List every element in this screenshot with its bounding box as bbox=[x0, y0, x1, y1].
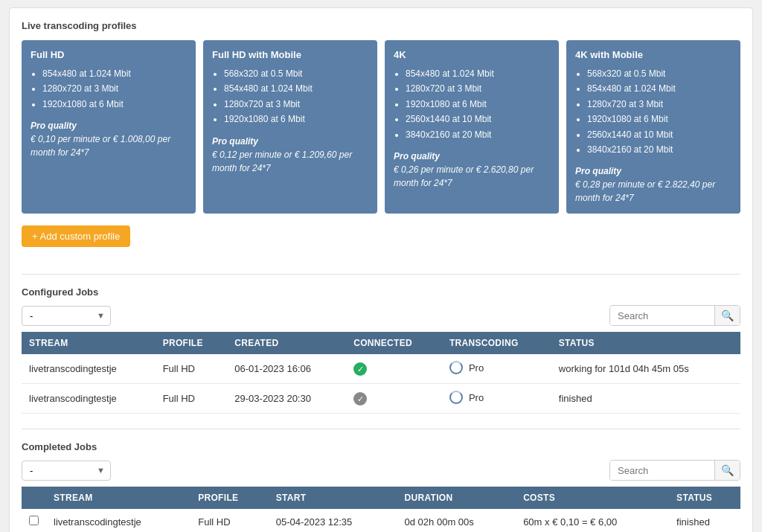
completed-col-header: DURATION bbox=[397, 487, 516, 509]
profile-card: 4K 854x480 at 1.024 Mbit1280x720 at 3 Mb… bbox=[385, 40, 559, 214]
configured-table-header: STREAMPROFILECREATEDCONNECTEDTRANSCODING… bbox=[22, 332, 740, 354]
completed-table-body: livetranscodingtestje Full HD 05-04-2023… bbox=[22, 509, 740, 532]
configured-col-header: PROFILE bbox=[156, 332, 228, 354]
pricing-text: € 0,28 per minute or € 2.822,40 per mont… bbox=[575, 179, 715, 203]
configured-col-header: CONNECTED bbox=[346, 332, 442, 354]
profile-card: Full HD with Mobile 568x320 at 0.5 Mbit8… bbox=[203, 40, 377, 214]
resolution-item: 2560x1440 at 10 Mbit bbox=[587, 127, 731, 142]
completed-col-header: PROFILE bbox=[190, 487, 268, 509]
completed-search-wrapper: 🔍 bbox=[609, 460, 740, 481]
profile-name: 4K with Mobile bbox=[575, 49, 731, 60]
completed-jobs-section: Completed Jobs - ▼ 🔍 STREAMPROFILESTARTD… bbox=[22, 441, 740, 532]
status-cell: finished bbox=[669, 509, 740, 532]
stream-cell: livetranscodingtestje bbox=[46, 509, 190, 532]
resolution-item: 1920x1080 at 6 Mbit bbox=[587, 112, 731, 126]
stream-cell: livetranscodingtestje bbox=[22, 354, 156, 384]
profile-name: 4K bbox=[394, 49, 550, 60]
transcoding-badge: Pro bbox=[449, 391, 484, 404]
completed-filter-select[interactable]: - bbox=[22, 461, 111, 481]
quality-label: Pro quality bbox=[212, 136, 258, 147]
resolution-item: 1280x720 at 3 Mbit bbox=[406, 81, 550, 96]
start-cell: 05-04-2023 12:35 bbox=[269, 509, 397, 532]
completed-header-row: STREAMPROFILESTARTDURATIONCOSTSSTATUS bbox=[22, 487, 740, 509]
profile-name: Full HD with Mobile bbox=[212, 49, 368, 60]
profile-name: Full HD bbox=[31, 49, 187, 60]
configured-col-header: CREATED bbox=[227, 332, 346, 354]
configured-search-input[interactable] bbox=[610, 307, 714, 325]
resolution-list: 854x480 at 1.024 Mbit1280x720 at 3 Mbit1… bbox=[394, 66, 550, 142]
table-row: livetranscodingtestje Full HD 06-01-2023… bbox=[22, 354, 740, 384]
configured-search-wrapper: 🔍 bbox=[609, 305, 740, 326]
status-cell: working for 101d 04h 45m 05s bbox=[551, 354, 740, 384]
pricing-text: € 0,10 per minute or € 1.008,00 per mont… bbox=[31, 134, 170, 158]
resolution-item: 1920x1080 at 6 Mbit bbox=[224, 112, 368, 126]
configured-jobs-section: Configured Jobs - ▼ 🔍 STREAMPROFILECREAT… bbox=[22, 286, 740, 414]
profile-card: Full HD 854x480 at 1.024 Mbit1280x720 at… bbox=[22, 40, 196, 214]
completed-filter-wrapper: - ▼ bbox=[22, 461, 111, 481]
resolution-item: 1280x720 at 3 Mbit bbox=[587, 97, 731, 112]
resolution-item: 568x320 at 0.5 Mbit bbox=[587, 66, 731, 81]
add-custom-profile-button[interactable]: + Add custom profile bbox=[22, 225, 130, 247]
completed-col-header: STATUS bbox=[669, 487, 740, 509]
configured-jobs-table: STREAMPROFILECREATEDCONNECTEDTRANSCODING… bbox=[22, 332, 740, 414]
resolution-list: 568x320 at 0.5 Mbit854x480 at 1.024 Mbit… bbox=[575, 66, 731, 157]
checkbox-cell bbox=[22, 509, 46, 532]
created-cell: 06-01-2023 16:06 bbox=[227, 354, 346, 384]
profile-cell: Full HD bbox=[190, 509, 268, 532]
configured-filter-select[interactable]: - bbox=[22, 306, 111, 326]
table-row: livetranscodingtestje Full HD 05-04-2023… bbox=[22, 509, 740, 532]
completed-table-header: STREAMPROFILESTARTDURATIONCOSTSSTATUS bbox=[22, 487, 740, 509]
profiles-grid: Full HD 854x480 at 1.024 Mbit1280x720 at… bbox=[22, 40, 740, 214]
completed-filter-row: - ▼ 🔍 bbox=[22, 460, 740, 481]
stream-cell: livetranscodingtestje bbox=[22, 384, 156, 414]
profile-cell: Full HD bbox=[156, 384, 228, 414]
completed-col-header bbox=[22, 487, 46, 509]
quality-label: Pro quality bbox=[394, 151, 440, 161]
completed-jobs-title: Completed Jobs bbox=[22, 441, 740, 452]
configured-table-body: livetranscodingtestje Full HD 06-01-2023… bbox=[22, 354, 740, 414]
resolution-item: 568x320 at 0.5 Mbit bbox=[224, 66, 368, 81]
configured-filter-row: - ▼ 🔍 bbox=[22, 305, 740, 326]
configured-col-header: STATUS bbox=[551, 332, 740, 354]
completed-col-header: START bbox=[269, 487, 397, 509]
configured-filter-wrapper: - ▼ bbox=[22, 306, 111, 326]
resolution-list: 568x320 at 0.5 Mbit854x480 at 1.024 Mbit… bbox=[212, 66, 368, 127]
configured-header-row: STREAMPROFILECREATEDCONNECTEDTRANSCODING… bbox=[22, 332, 740, 354]
configured-col-header: STREAM bbox=[22, 332, 156, 354]
pro-quality: Pro quality € 0,10 per minute or € 1.008… bbox=[31, 119, 187, 159]
pro-quality: Pro quality € 0,12 per minute or € 1.209… bbox=[212, 135, 368, 175]
resolution-item: 1920x1080 at 6 Mbit bbox=[406, 97, 550, 112]
resolution-item: 1280x720 at 3 Mbit bbox=[42, 81, 187, 96]
resolution-item: 3840x2160 at 20 Mbit bbox=[406, 127, 550, 142]
profile-cell: Full HD bbox=[156, 354, 228, 384]
created-cell: 29-03-2023 20:30 bbox=[227, 384, 346, 414]
row-checkbox[interactable] bbox=[29, 516, 39, 525]
completed-col-header: STREAM bbox=[46, 487, 190, 509]
connected-icon: ✓ bbox=[353, 392, 367, 406]
configured-search-button[interactable]: 🔍 bbox=[714, 306, 740, 325]
spinner-icon bbox=[449, 391, 463, 404]
configured-col-header: TRANSCODING bbox=[442, 332, 551, 354]
resolution-item: 854x480 at 1.024 Mbit bbox=[42, 66, 187, 81]
completed-search-input[interactable] bbox=[610, 461, 714, 480]
resolution-item: 3840x2160 at 20 Mbit bbox=[587, 142, 731, 157]
completed-col-header: COSTS bbox=[516, 487, 669, 509]
resolution-item: 854x480 at 1.024 Mbit bbox=[224, 81, 368, 96]
resolution-item: 2560x1440 at 10 Mbit bbox=[406, 112, 550, 126]
configured-jobs-title: Configured Jobs bbox=[22, 286, 740, 298]
resolution-item: 1920x1080 at 6 Mbit bbox=[42, 97, 187, 112]
table-row: livetranscodingtestje Full HD 29-03-2023… bbox=[22, 384, 740, 414]
divider-1 bbox=[22, 274, 740, 275]
pricing-text: € 0,26 per minute or € 2.620,80 per mont… bbox=[394, 164, 534, 188]
connected-icon: ✓ bbox=[353, 362, 367, 376]
completed-search-button[interactable]: 🔍 bbox=[714, 461, 740, 480]
connected-cell: ✓ bbox=[346, 354, 442, 384]
quality-label: Pro quality bbox=[31, 121, 77, 131]
profile-card: 4K with Mobile 568x320 at 0.5 Mbit854x48… bbox=[566, 40, 740, 214]
resolution-item: 1280x720 at 3 Mbit bbox=[224, 97, 368, 112]
resolution-item: 854x480 at 1.024 Mbit bbox=[587, 81, 731, 96]
connected-cell: ✓ bbox=[346, 384, 442, 414]
pricing-text: € 0,12 per minute or € 1.209,60 per mont… bbox=[212, 150, 352, 173]
spinner-icon bbox=[449, 361, 463, 374]
divider-2 bbox=[22, 429, 740, 429]
